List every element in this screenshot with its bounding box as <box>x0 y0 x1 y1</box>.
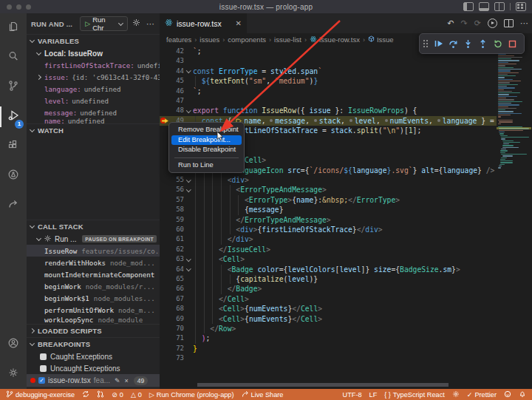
gutter-breakpoint-cell[interactable] <box>160 166 168 175</box>
code-line[interactable]: 60 <div>{firstLineOfStackTrace}</div> <box>160 225 497 234</box>
code-line[interactable]: 45 ${textFont("sm", "medium")} <box>160 76 497 86</box>
gutter-breakpoint-cell[interactable] <box>160 175 168 185</box>
menu-item[interactable]: Edit Breakpoint... <box>171 135 242 146</box>
more-actions-icon[interactable]: ⋯ <box>146 19 155 29</box>
gutter-fold-cell[interactable] <box>184 195 193 205</box>
gutter-fold-cell[interactable] <box>184 344 193 353</box>
menu-item[interactable]: Remove Breakpoint <box>171 125 242 135</box>
status-item-0[interactable]: △0 <box>131 391 142 399</box>
section-loaded-scripts[interactable]: LOADED SCRIPTS <box>27 324 160 337</box>
code-line[interactable]: 44const ErrorType = styled.span` <box>160 67 497 76</box>
gutter-breakpoint-cell[interactable] <box>160 56 168 66</box>
inline-breakpoint-dot-icon[interactable] <box>437 119 440 122</box>
toggle-sidebar-icon[interactable] <box>463 2 474 11</box>
breadcrumb-item[interactable]: issue-list <box>274 35 301 44</box>
gutter-breakpoint-cell[interactable] <box>160 274 168 284</box>
gutter-breakpoint-cell[interactable] <box>160 254 168 264</box>
last-edit-location-icon[interactable]: ⟳ <box>474 18 481 28</box>
code-line[interactable]: 67 </Cell> <box>160 294 497 304</box>
gutter-breakpoint-cell[interactable] <box>160 136 168 146</box>
breadcrumb-item[interactable]: features <box>166 35 191 44</box>
gutter-fold-cell[interactable] <box>184 274 193 284</box>
stack-frame[interactable]: beginWork$1node_modules... <box>27 292 160 304</box>
sidebar-item-live-share[interactable] <box>0 191 27 220</box>
edit-breakpoint-icon[interactable]: ✎ <box>115 377 120 384</box>
code-line[interactable]: 71 ); <box>160 333 497 343</box>
gutter-breakpoint-cell[interactable] <box>160 195 168 205</box>
code-line[interactable]: 63 <Cell> <box>160 254 497 264</box>
gutter-breakpoint-cell[interactable] <box>160 245 168 254</box>
status-item-live-share[interactable]: Live Share <box>242 390 284 399</box>
exception-breakpoint-row[interactable]: Caught Exceptions <box>27 350 160 362</box>
breakpoint-file-row[interactable]: ✓ issue-row.tsx fea... ✎ × 49 <box>27 374 160 387</box>
gutter-fold-cell[interactable] <box>184 185 193 194</box>
inline-breakpoint-dot-icon[interactable] <box>349 119 352 122</box>
gutter-fold-cell[interactable] <box>184 76 193 86</box>
gutter-fold-cell[interactable] <box>184 245 193 254</box>
exception-breakpoint-row[interactable]: Uncaught Exceptions <box>27 362 160 374</box>
breakpoint-checkbox[interactable]: ✓ <box>38 377 45 384</box>
gutter-fold-cell[interactable] <box>184 265 193 274</box>
status-item-gear[interactable] <box>452 390 460 399</box>
code-line[interactable]: 61 </div> <box>160 234 497 244</box>
gutter-fold-cell[interactable] <box>184 96 193 106</box>
code-line[interactable]: 59 </ErrorTypeAndMessage> <box>160 215 497 225</box>
variable-row[interactable]: level:undefined <box>27 95 160 106</box>
status-item-0[interactable]: ⊘0 <box>112 391 123 399</box>
section-call-stack[interactable]: CALL STACK <box>27 220 160 233</box>
debug-session-row[interactable]: Run ... PAUSED ON BREAKPOINT <box>27 233 160 245</box>
code-line[interactable]: 68 <Cell>{numEvents}</Cell> <box>160 304 497 313</box>
gutter-fold-cell[interactable] <box>184 205 193 214</box>
split-editor-layout-icon[interactable] <box>494 2 505 11</box>
variable-row[interactable]: firstLineOfStackTrace:undefin… <box>27 59 160 71</box>
gutter-breakpoint-cell[interactable] <box>160 324 168 333</box>
drag-handle-icon[interactable] <box>423 39 429 48</box>
gutter-breakpoint-cell[interactable] <box>160 47 168 56</box>
code-line[interactable]: 47 <box>160 96 497 106</box>
inline-breakpoint-dot-icon[interactable] <box>314 119 317 122</box>
gutter-breakpoint-cell[interactable] <box>160 205 168 214</box>
gutter-fold-cell[interactable] <box>184 47 193 56</box>
variable-row[interactable]: message:undefined <box>27 106 160 118</box>
status-item-utf-8[interactable]: UTF-8 <box>343 391 362 399</box>
step-into-button[interactable] <box>461 36 474 51</box>
gutter-breakpoint-cell[interactable] <box>160 225 168 234</box>
breadcrumb-item[interactable]: issues <box>200 35 219 44</box>
menu-item[interactable]: Disable Breakpoint <box>171 145 242 155</box>
code-line[interactable]: 55 <div> <box>160 175 497 185</box>
step-over-button[interactable] <box>446 36 460 51</box>
settings-button[interactable] <box>0 359 27 389</box>
gutter-breakpoint-cell[interactable] <box>160 76 168 86</box>
gutter-breakpoint-cell[interactable] <box>160 284 168 294</box>
breadcrumb-item[interactable]: components <box>228 35 266 44</box>
gutter-fold-cell[interactable] <box>184 304 193 313</box>
code-line[interactable]: 69 <Cell>{numEvents}</Cell> <box>160 314 497 324</box>
stack-frame[interactable]: performUnitOfWorknode_m... <box>27 304 160 316</box>
menu-item[interactable]: Run to Line <box>171 160 242 171</box>
launch-config-dropdown[interactable]: ▷ Run Chr <box>80 16 128 31</box>
debug-settings-icon[interactable] <box>132 17 141 30</box>
stop-button[interactable] <box>505 36 519 51</box>
gutter-fold-cell[interactable] <box>184 175 193 185</box>
close-icon[interactable]: ✕ <box>236 19 242 27</box>
code-line[interactable]: 66 </Badge> <box>160 284 497 294</box>
status-item-pull-request[interactable] <box>97 390 104 399</box>
gutter-breakpoint-cell[interactable] <box>160 344 168 353</box>
gutter-fold-cell[interactable] <box>184 87 193 96</box>
variable-row[interactable]: language:undefined <box>27 83 160 95</box>
gutter-breakpoint-cell[interactable] <box>160 265 168 274</box>
horizontal-scrollbar[interactable] <box>197 383 449 387</box>
code-line[interactable]: 56 <ErrorTypeAndMessage> <box>160 185 497 194</box>
gutter-fold-cell[interactable] <box>184 234 193 244</box>
gutter-fold-cell[interactable] <box>184 353 193 363</box>
code-line[interactable]: 65 {capitalize(level)} <box>160 274 497 284</box>
gutter-breakpoint-cell[interactable] <box>160 353 168 363</box>
gutter-breakpoint-cell[interactable] <box>160 146 168 155</box>
breadcrumb-item[interactable]: issue-row.tsx <box>310 35 360 44</box>
sidebar-item-explorer[interactable] <box>0 13 27 43</box>
gutter-breakpoint-cell[interactable] <box>160 304 168 313</box>
gutter-breakpoint-cell[interactable] <box>160 215 168 225</box>
gutter-fold-cell[interactable] <box>184 284 193 294</box>
tab-issue-row[interactable]: issue-row.tsx ✕ <box>160 13 247 33</box>
go-forward-icon[interactable]: ↷ <box>461 18 468 28</box>
